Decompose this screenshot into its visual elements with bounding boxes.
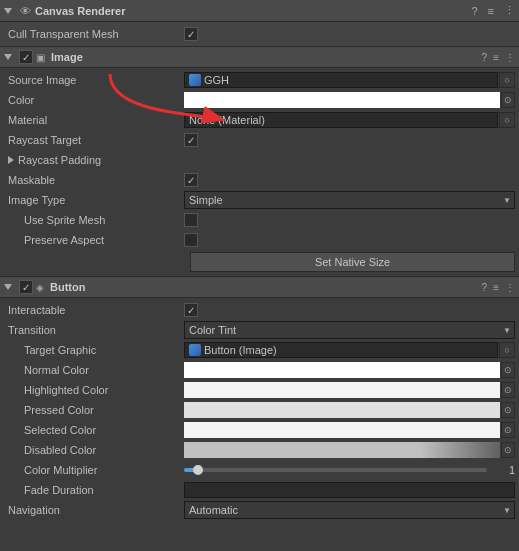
- color-multiplier-label: Color Multiplier: [4, 464, 184, 476]
- highlighted-color-field[interactable]: [184, 382, 500, 398]
- highlighted-color-row: Highlighted Color ⊙: [0, 380, 519, 400]
- interactable-checkbox[interactable]: [184, 303, 198, 317]
- button-help-icon[interactable]: ?: [482, 282, 488, 293]
- image-type-value: Simple Sliced Tiled Filled: [184, 191, 515, 209]
- fold-image-icon[interactable]: [4, 54, 12, 60]
- material-text: None (Material): [189, 114, 265, 126]
- material-row: Material None (Material) ○: [0, 110, 519, 130]
- fold-button-icon[interactable]: [4, 284, 12, 290]
- button-settings-icon[interactable]: ≡: [493, 282, 499, 293]
- use-sprite-mesh-checkbox[interactable]: [184, 213, 198, 227]
- interactable-label: Interactable: [4, 304, 184, 316]
- cull-transparent-value: [184, 27, 515, 41]
- transition-dropdown[interactable]: Color Tint Sprite Swap Animation None: [184, 321, 515, 339]
- normal-color-value: ⊙: [184, 362, 515, 378]
- raycast-target-row: Raycast Target: [0, 130, 519, 150]
- canvas-renderer-title: Canvas Renderer: [35, 5, 467, 17]
- normal-color-row: Normal Color ⊙: [0, 360, 519, 380]
- target-graphic-label: Target Graphic: [4, 344, 184, 356]
- disabled-color-label: Disabled Color: [4, 444, 184, 456]
- highlighted-color-eyedropper[interactable]: ⊙: [501, 382, 515, 398]
- image-settings-icon[interactable]: ≡: [493, 52, 499, 63]
- canvas-menu-icon[interactable]: ⋮: [504, 4, 515, 17]
- sprite-icon: [189, 74, 201, 86]
- image-section-header: ▣ Image ? ≡ ⋮: [0, 46, 519, 68]
- pressed-color-field[interactable]: [184, 402, 500, 418]
- cull-transparent-checkbox[interactable]: [184, 27, 198, 41]
- use-sprite-mesh-value: [184, 213, 515, 227]
- target-graphic-field[interactable]: Button (Image): [184, 342, 498, 358]
- maskable-label: Maskable: [4, 174, 184, 186]
- image-color-label: Color: [4, 94, 184, 106]
- target-graphic-link-btn[interactable]: ○: [499, 342, 515, 358]
- image-color-eyedropper[interactable]: ⊙: [501, 92, 515, 108]
- canvas-renderer-section-header: 👁 Canvas Renderer ? ≡ ⋮: [0, 0, 519, 22]
- inspector-panel: 👁 Canvas Renderer ? ≡ ⋮ Cull Transparent…: [0, 0, 519, 522]
- set-native-size-button[interactable]: Set Native Size: [190, 252, 515, 272]
- image-menu-icon[interactable]: ⋮: [505, 52, 515, 63]
- navigation-label: Navigation: [4, 504, 184, 516]
- image-header-icons: ? ≡ ⋮: [482, 52, 515, 63]
- pressed-color-eyedropper[interactable]: ⊙: [501, 402, 515, 418]
- button-title: Button: [50, 281, 482, 293]
- source-image-link-btn[interactable]: ○: [499, 72, 515, 88]
- material-label: Material: [4, 114, 184, 126]
- raycast-padding-fold[interactable]: [8, 156, 14, 164]
- color-multiplier-slider-wrapper: 1: [184, 464, 515, 476]
- source-image-text: GGH: [204, 74, 229, 86]
- image-help-icon[interactable]: ?: [482, 52, 488, 63]
- fade-duration-row: Fade Duration 0.1: [0, 480, 519, 500]
- highlighted-color-value: ⊙: [184, 382, 515, 398]
- image-color-field[interactable]: [184, 92, 500, 108]
- selected-color-field[interactable]: [184, 422, 500, 438]
- material-value: None (Material) ○: [184, 112, 515, 128]
- maskable-checkbox[interactable]: [184, 173, 198, 187]
- preserve-aspect-checkbox[interactable]: [184, 233, 198, 247]
- disabled-color-eyedropper[interactable]: ⊙: [501, 442, 515, 458]
- image-type-dropdown-wrapper: Simple Sliced Tiled Filled: [184, 191, 515, 209]
- transition-label: Transition: [4, 324, 184, 336]
- raycast-target-value: [184, 133, 515, 147]
- interactable-value: [184, 303, 515, 317]
- color-multiplier-row: Color Multiplier 1: [0, 460, 519, 480]
- disabled-color-row: Disabled Color ⊙: [0, 440, 519, 460]
- button-enabled-checkbox[interactable]: [19, 280, 33, 294]
- image-type-dropdown[interactable]: Simple Sliced Tiled Filled: [184, 191, 515, 209]
- fold-canvas-icon[interactable]: [4, 8, 12, 14]
- navigation-value: Automatic None Horizontal Vertical Expli…: [184, 501, 515, 519]
- fade-duration-label: Fade Duration: [4, 484, 184, 496]
- fade-duration-input[interactable]: 0.1: [184, 482, 515, 498]
- disabled-color-field[interactable]: [184, 442, 500, 458]
- button-type-icon: ◈: [36, 282, 44, 293]
- image-color-row: Color ⊙: [0, 90, 519, 110]
- button-section-header: ◈ Button ? ≡ ⋮: [0, 276, 519, 298]
- image-enabled-checkbox[interactable]: [19, 50, 33, 64]
- material-field[interactable]: None (Material): [184, 112, 498, 128]
- raycast-target-label: Raycast Target: [4, 134, 184, 146]
- image-type-label: Image Type: [4, 194, 184, 206]
- image-title: Image: [51, 51, 482, 63]
- color-multiplier-value-label: 1: [491, 464, 515, 476]
- eye-icon[interactable]: 👁: [20, 5, 31, 17]
- selected-color-eyedropper[interactable]: ⊙: [501, 422, 515, 438]
- canvas-help-icon[interactable]: ?: [471, 5, 477, 17]
- selected-color-value: ⊙: [184, 422, 515, 438]
- source-image-field[interactable]: GGH: [184, 72, 498, 88]
- raycast-target-checkbox[interactable]: [184, 133, 198, 147]
- raycast-padding-label: Raycast Padding: [4, 154, 184, 166]
- use-sprite-mesh-row: Use Sprite Mesh: [0, 210, 519, 230]
- canvas-settings-icon[interactable]: ≡: [488, 5, 494, 17]
- canvas-renderer-body: Cull Transparent Mesh: [0, 22, 519, 46]
- pressed-color-value: ⊙: [184, 402, 515, 418]
- normal-color-eyedropper[interactable]: ⊙: [501, 362, 515, 378]
- material-link-btn[interactable]: ○: [499, 112, 515, 128]
- image-type-row: Image Type Simple Sliced Tiled Filled: [0, 190, 519, 210]
- color-multiplier-thumb[interactable]: [193, 465, 203, 475]
- cull-transparent-label: Cull Transparent Mesh: [4, 28, 184, 40]
- disabled-color-value: ⊙: [184, 442, 515, 458]
- source-image-label: Source Image: [4, 74, 184, 86]
- normal-color-field[interactable]: [184, 362, 500, 378]
- button-menu-icon[interactable]: ⋮: [505, 282, 515, 293]
- highlighted-color-label: Highlighted Color: [4, 384, 184, 396]
- navigation-dropdown[interactable]: Automatic None Horizontal Vertical Expli…: [184, 501, 515, 519]
